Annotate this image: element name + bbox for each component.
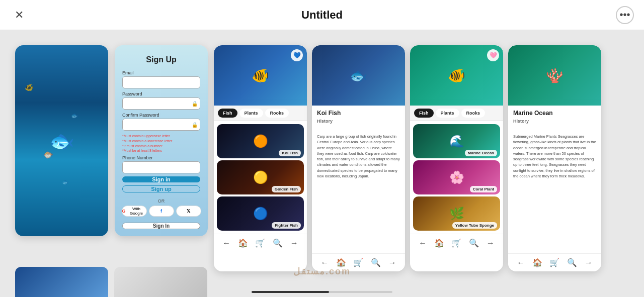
marine-emoji-2: 🌸 (449, 170, 464, 184)
forward-icon-1[interactable]: → (290, 239, 298, 248)
back-icon-2[interactable]: ← (320, 258, 329, 267)
koi-description: Carp are a large group of fish originall… (312, 129, 405, 253)
error-number: *It must contain a number (122, 144, 172, 149)
marine-item-1[interactable]: 🌊 Marine Ocean (413, 124, 500, 158)
more-options-button[interactable]: ••• (616, 6, 634, 24)
koi-desc-hero: 🐟 (312, 45, 405, 106)
confirm-password-input[interactable] (122, 119, 200, 131)
home-icon-1[interactable]: 🏠 (238, 238, 248, 248)
marine-history-label: History (513, 119, 596, 124)
marine-label-3: Yellow Tube Sponge (452, 222, 497, 229)
email-input-wrap (122, 76, 200, 88)
forward-icon-3[interactable]: → (487, 239, 495, 248)
back-icon-3[interactable]: ← (419, 239, 427, 248)
marine-emoji-1: 🌊 (449, 134, 464, 148)
marine-item-3[interactable]: 🌿 Yellow Tube Sponge (413, 196, 500, 231)
marine-tab-fish[interactable]: Fish (414, 109, 434, 118)
home-icon-3[interactable]: 🏠 (434, 238, 444, 248)
forward-icon-4[interactable]: → (585, 258, 593, 267)
koi-fish-item-1[interactable]: 🟠 Koi Fish (217, 124, 304, 158)
canvas-area: 🐟 🐠 🐟 🐡 🐟 Sign Up Email Password 🔒 Confi… (0, 30, 644, 297)
marine-desc-hero: 🪸 (508, 45, 601, 106)
bottom-card-1 (15, 267, 108, 297)
email-input[interactable] (122, 76, 200, 88)
email-label: Email (122, 70, 134, 75)
cart-icon-3[interactable]: 🛒 (451, 238, 461, 248)
koi-emoji-2: 🟡 (253, 170, 268, 184)
koi-label-3: Fighter Fish (272, 222, 301, 229)
or-divider: OR (158, 199, 165, 204)
cart-icon-1[interactable]: 🛒 (255, 238, 265, 248)
forward-icon-2[interactable]: → (388, 258, 396, 267)
marine-hero-image: 🐠 🩷 (410, 45, 503, 106)
signin-button[interactable]: Sign in (122, 176, 200, 182)
signin-bottom-button[interactable]: Sign In (122, 223, 200, 229)
marine-fish-panel: 🐠 🩷 Fish Plants Rooks 🌊 Marine Ocean 🌸 C… (410, 45, 503, 271)
facebook-icon: f (160, 209, 162, 214)
back-icon-1[interactable]: ← (222, 239, 230, 248)
koi-desc-nav-bar: ← 🏠 🛒 🔍 → (312, 253, 405, 271)
close-button[interactable]: ✕ (10, 6, 28, 24)
koi-nav-bar: ← 🏠 🛒 🔍 → (214, 234, 307, 252)
search-icon-4[interactable]: 🔍 (567, 258, 577, 267)
home-icon-4[interactable]: 🏠 (532, 258, 542, 267)
marine-item-2[interactable]: 🌸 Coral Plant (413, 160, 500, 194)
cart-icon-2[interactable]: 🛒 (353, 258, 363, 267)
confirm-password-input-wrap: 🔒 (122, 119, 200, 131)
lock-icon-1: 🔒 (192, 101, 198, 107)
page-title: Untitled (301, 9, 343, 22)
bottom-card-2 (114, 267, 207, 297)
marine-hero-emoji: 🐠 (448, 67, 465, 84)
password-input[interactable] (122, 97, 200, 110)
twitter-button[interactable]: 𝕏 (176, 206, 201, 217)
back-icon-4[interactable]: ← (517, 258, 525, 267)
google-button[interactable]: G With Google (122, 206, 147, 217)
error-length: *Must be at least 8 letters (122, 148, 172, 153)
marine-tab-rooks[interactable]: Rooks (461, 109, 486, 118)
error-lowercase: *Must contain a lowercase letter (122, 139, 172, 144)
koi-tab-plants[interactable]: Plants (239, 109, 263, 118)
koi-desc-emoji: 🐟 (350, 67, 367, 84)
phone-label: Phone Number (122, 155, 153, 160)
koi-label-1: Koi Fish (279, 150, 301, 156)
koi-hero-image: 🐠 💙 (214, 45, 307, 106)
home-icon-2[interactable]: 🏠 (336, 258, 346, 267)
heart-badge-1[interactable]: 💙 (291, 49, 303, 61)
confirm-password-label: Confirm Password (122, 113, 159, 118)
koi-desc-text: Carp are a large group of fish originall… (317, 134, 400, 179)
signup-title: Sign Up (146, 55, 176, 64)
signup-button[interactable]: Sign up (122, 185, 200, 192)
marine-description: Submerged Marine Plants Seagrasses are f… (508, 129, 601, 253)
koi-fish-item-2[interactable]: 🟡 Golden Fish (217, 160, 304, 194)
marine-label-1: Marine Ocean (465, 150, 497, 156)
koi-fish-panel: 🐠 💙 Fish Plants Rooks 🟠 Koi Fish 🟡 Golde… (214, 45, 307, 271)
top-bar: ✕ Untitled ••• (0, 0, 644, 30)
lock-icon-2: 🔒 (192, 122, 198, 128)
koi-fish-item-3[interactable]: 🔵 Fighter Fish (217, 196, 304, 231)
fish-emoji: 🐟 (49, 129, 74, 153)
password-input-wrap: 🔒 (122, 97, 200, 110)
facebook-button[interactable]: f (149, 206, 174, 217)
koi-hero-emoji: 🐠 (252, 67, 269, 84)
koi-tab-rooks[interactable]: Rooks (265, 109, 289, 118)
koi-tab-fish[interactable]: Fish (218, 109, 237, 118)
phone-input[interactable] (122, 161, 200, 173)
marine-nav-bar: ← 🏠 🛒 🔍 → (410, 234, 503, 252)
phone-input-wrap (122, 161, 200, 173)
google-label: With Google (127, 207, 146, 216)
search-icon-2[interactable]: 🔍 (371, 258, 381, 267)
progress-fill (252, 291, 329, 293)
marine-emoji-3: 🌿 (449, 207, 464, 221)
koi-emoji-3: 🔵 (253, 207, 268, 221)
error-uppercase: *Must contain uppercase letter (122, 134, 172, 139)
marine-tab-plants[interactable]: Plants (436, 109, 459, 118)
marine-fish-list: 🌊 Marine Ocean 🌸 Coral Plant 🌿 Yellow Tu… (410, 121, 503, 234)
cart-icon-4[interactable]: 🛒 (549, 258, 559, 267)
marine-fish-title: Marine Ocean (513, 110, 596, 117)
koi-desc-panel: 🐟 Koi Fish History Carp are a large grou… (312, 45, 405, 271)
koi-tabs: Fish Plants Rooks (214, 106, 307, 121)
search-icon-1[interactable]: 🔍 (273, 238, 283, 248)
koi-emoji-1: 🟠 (253, 134, 268, 148)
search-icon-3[interactable]: 🔍 (469, 238, 479, 248)
heart-badge-2[interactable]: 🩷 (487, 49, 499, 61)
